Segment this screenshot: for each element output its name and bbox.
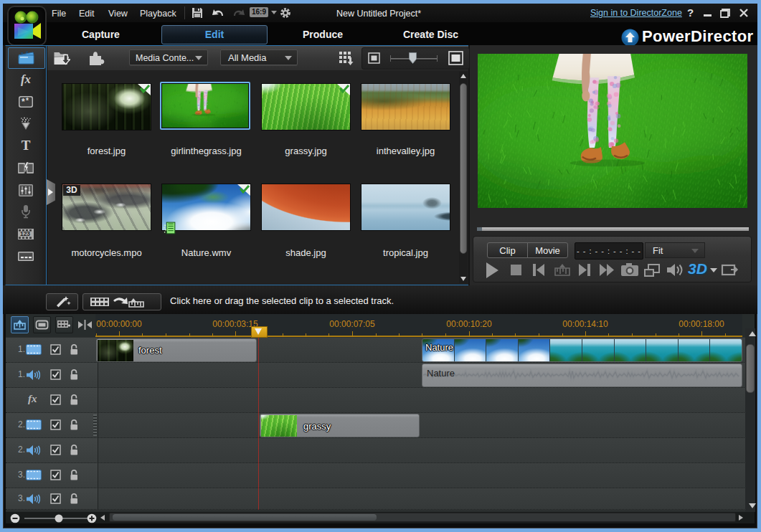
svg-text:123: 123: [20, 230, 30, 237]
svg-text:*: *: [26, 97, 29, 105]
svg-text:*: *: [22, 97, 25, 107]
